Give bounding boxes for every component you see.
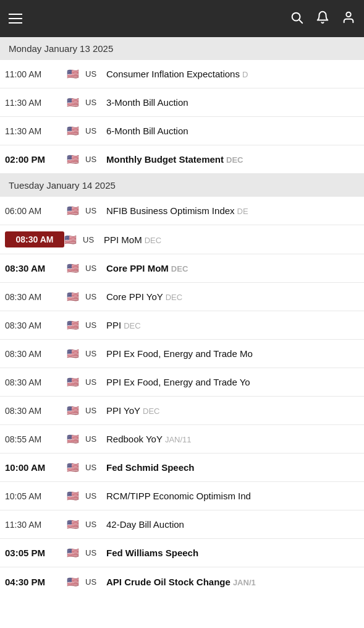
- table-row[interactable]: 10:00 AM🇺🇸USFed Schmid Speech: [0, 454, 364, 482]
- event-time: 03:05 PM: [5, 548, 67, 558]
- table-row[interactable]: 08:30 AM🇺🇸USPPI Ex Food, Energy and Trad…: [0, 340, 364, 368]
- table-row[interactable]: 11:30 AM🇺🇸US6-Month Bill Auction: [0, 117, 364, 145]
- country-flag: 🇺🇸: [67, 405, 84, 416]
- table-row[interactable]: 08:30 AM🇺🇸USPPIDEC: [0, 311, 364, 340]
- country-code: US: [83, 235, 100, 244]
- table-row[interactable]: 08:30 AM🇺🇸USCore PPI YoYDEC: [0, 283, 364, 311]
- table-row[interactable]: 08:55 AM🇺🇸USRedbook YoYJAN/11: [0, 425, 364, 454]
- country-code: US: [85, 577, 103, 587]
- event-name: 3-Month Bill Auction: [106, 97, 359, 108]
- event-period: JAN/11: [165, 435, 192, 444]
- country-flag: 🇺🇸: [67, 68, 84, 80]
- app-header: [0, 0, 364, 37]
- event-title: PPI Ex Food, Energy and Trade Mo: [106, 348, 253, 359]
- event-time: 11:30 AM: [5, 520, 67, 530]
- country-flag: 🇺🇸: [67, 348, 84, 359]
- menu-button[interactable]: [9, 14, 22, 24]
- table-row[interactable]: 08:30 AM🇺🇸USPPI Ex Food, Energy and Trad…: [0, 368, 364, 397]
- table-row[interactable]: 08:30 AM🇺🇸USCore PPI MoMDEC: [0, 254, 364, 283]
- event-time: 10:00 AM: [5, 462, 67, 473]
- bell-icon[interactable]: [316, 11, 329, 27]
- event-time: 08:30 AM: [5, 377, 67, 387]
- country-flag: 🇺🇸: [67, 153, 84, 165]
- country-flag: 🇺🇸: [67, 376, 84, 388]
- event-period: D: [242, 70, 248, 79]
- country-flag: 🇺🇸: [67, 319, 84, 331]
- country-flag: 🇺🇸: [67, 433, 84, 445]
- svg-point-2: [346, 12, 350, 16]
- date-header-1: Tuesday January 14 2025: [0, 174, 364, 197]
- date-header-0: Monday January 13 2025: [0, 37, 364, 60]
- table-row[interactable]: 08:30 AM🇺🇸USPPI YoYDEC: [0, 397, 364, 425]
- country-code: US: [85, 491, 103, 501]
- event-title: 3-Month Bill Auction: [106, 97, 188, 108]
- country-flag: 🇺🇸: [67, 518, 84, 530]
- table-row[interactable]: 08:30 AM🇺🇸USPPI MoMDEC: [0, 225, 364, 254]
- event-title: Fed Williams Speech: [106, 548, 198, 558]
- event-time: 08:55 AM: [5, 434, 67, 444]
- event-name: Redbook YoYJAN/11: [106, 434, 359, 444]
- event-title: PPI Ex Food, Energy and Trade Yo: [106, 377, 250, 387]
- event-time: 11:30 AM: [5, 98, 67, 108]
- svg-line-1: [299, 20, 302, 23]
- event-time: 11:30 AM: [5, 126, 67, 136]
- table-row[interactable]: 02:00 PM🇺🇸USMonthly Budget StatementDEC: [0, 145, 364, 174]
- table-row[interactable]: 10:05 AM🇺🇸USRCM/TIPP Economic Optimism I…: [0, 482, 364, 510]
- country-flag: 🇺🇸: [67, 205, 84, 217]
- event-title: Consumer Inflation Expectations: [106, 69, 240, 79]
- country-code: US: [85, 69, 103, 79]
- event-title: Core PPI MoM: [106, 263, 169, 273]
- search-icon[interactable]: [290, 11, 303, 27]
- event-time: 08:30 AM: [5, 349, 67, 359]
- country-code: US: [85, 206, 103, 215]
- country-flag: 🇺🇸: [67, 490, 84, 502]
- event-period: DEC: [143, 406, 159, 416]
- event-name: Fed Schmid Speech: [106, 462, 359, 473]
- event-period: DEC: [166, 293, 182, 302]
- table-row[interactable]: 11:30 AM🇺🇸US42-Day Bill Auction: [0, 510, 364, 539]
- event-period: DEC: [226, 155, 243, 165]
- event-title: Redbook YoY: [106, 434, 163, 444]
- table-row[interactable]: 11:30 AM🇺🇸US3-Month Bill Auction: [0, 88, 364, 117]
- country-code: US: [85, 98, 103, 107]
- country-flag: 🇺🇸: [67, 462, 84, 473]
- event-time: 08:30 AM: [5, 231, 64, 247]
- country-code: US: [85, 406, 103, 415]
- event-time: 08:30 AM: [5, 292, 67, 302]
- event-name: 6-Month Bill Auction: [106, 126, 359, 136]
- country-code: US: [85, 126, 103, 135]
- event-name: Monthly Budget StatementDEC: [106, 154, 359, 165]
- country-flag: 🇺🇸: [67, 262, 84, 274]
- country-flag: 🇺🇸: [67, 547, 84, 559]
- country-code: US: [85, 349, 103, 358]
- table-row[interactable]: 04:30 PM🇺🇸USAPI Crude Oil Stock ChangeJA…: [0, 567, 364, 596]
- event-name: 42-Day Bill Auction: [106, 519, 359, 530]
- table-row[interactable]: 11:00 AM🇺🇸USConsumer Inflation Expectati…: [0, 60, 364, 88]
- country-code: US: [85, 155, 103, 164]
- country-code: US: [85, 520, 103, 529]
- table-row[interactable]: 06:00 AM🇺🇸USNFIB Business Optimism Index…: [0, 197, 364, 225]
- event-title: 42-Day Bill Auction: [106, 519, 184, 530]
- country-code: US: [85, 434, 103, 444]
- event-name: PPI Ex Food, Energy and Trade Mo: [106, 348, 359, 359]
- event-period: DE: [237, 207, 248, 216]
- table-row[interactable]: 03:05 PM🇺🇸USFed Williams Speech: [0, 539, 364, 567]
- country-code: US: [85, 320, 103, 330]
- event-name: Core PPI YoYDEC: [106, 291, 359, 302]
- event-time: 08:30 AM: [5, 320, 67, 330]
- event-title: Core PPI YoY: [106, 291, 163, 302]
- event-time: 04:30 PM: [5, 577, 67, 587]
- country-code: US: [85, 548, 103, 557]
- country-flag: 🇺🇸: [67, 576, 84, 588]
- event-name: PPI YoYDEC: [106, 405, 359, 416]
- event-name: Consumer Inflation ExpectationsD: [106, 69, 359, 79]
- event-period: JAN/1: [233, 578, 256, 587]
- event-name: RCM/TIPP Economic Optimism Ind: [106, 491, 359, 501]
- event-time: 11:00 AM: [5, 69, 67, 79]
- event-time: 10:05 AM: [5, 491, 67, 501]
- country-code: US: [85, 292, 103, 301]
- event-time: 06:00 AM: [5, 206, 67, 216]
- event-name: NFIB Business Optimism IndexDE: [106, 205, 359, 216]
- user-icon[interactable]: [342, 11, 355, 27]
- event-title: RCM/TIPP Economic Optimism Ind: [106, 491, 251, 501]
